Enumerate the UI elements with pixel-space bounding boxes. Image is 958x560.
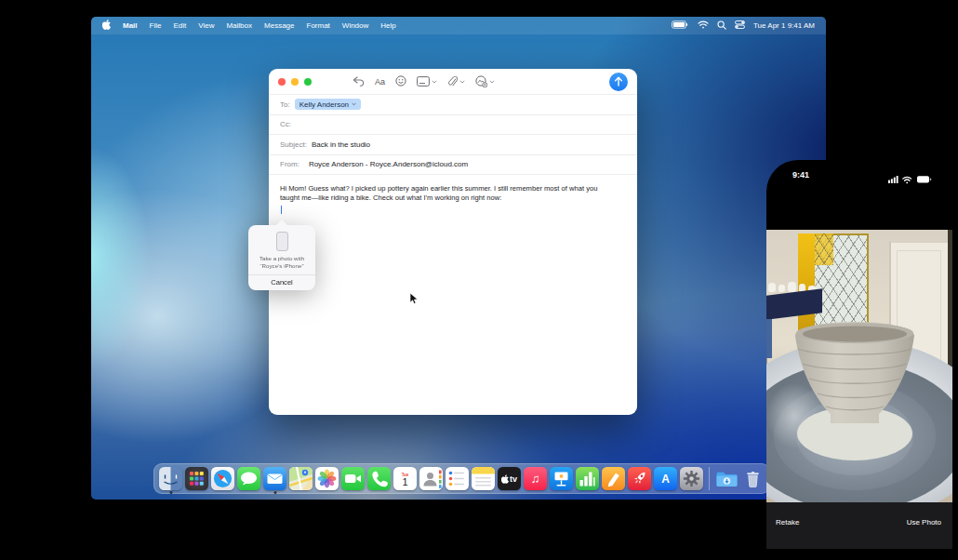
to-field[interactable]: To: Kelly Anderson <box>269 95 637 115</box>
door-edge <box>948 230 952 379</box>
message-body[interactable]: Hi Mom! Guess what? I picked up pottery … <box>269 175 624 214</box>
chevron-down-icon <box>489 80 495 84</box>
camera-photo-pottery <box>766 230 952 502</box>
dock-finder-icon[interactable] <box>159 467 182 490</box>
use-photo-button[interactable]: Use Photo <box>907 518 941 527</box>
dock-trash-icon[interactable] <box>741 467 765 490</box>
menu-mailbox[interactable]: Mailbox <box>226 21 252 30</box>
popup-text-line1: Take a photo with <box>248 255 315 262</box>
apple-menu-icon[interactable] <box>102 20 111 32</box>
chevron-down-icon <box>432 80 437 84</box>
continuity-camera-popup: Take a photo with “Royce’s iPhone” Cance… <box>248 220 315 290</box>
menu-window[interactable]: Window <box>342 21 368 30</box>
compose-toolbar: Aa <box>353 73 495 90</box>
undo-icon[interactable] <box>353 73 365 90</box>
zoom-button[interactable] <box>304 78 312 86</box>
control-center-icon[interactable] <box>735 20 745 31</box>
send-button[interactable] <box>609 73 628 91</box>
header-fields-button[interactable] <box>417 76 437 87</box>
menu-bar: MailFileEditViewMailboxMessageFormatWind… <box>91 17 826 34</box>
attachment-button[interactable] <box>447 76 465 87</box>
format-text-button[interactable]: Aa <box>375 77 385 87</box>
search-icon[interactable] <box>717 20 726 32</box>
dock-safari-icon[interactable] <box>211 467 234 490</box>
running-indicator <box>169 491 172 494</box>
dock-photos-icon[interactable] <box>315 467 339 490</box>
subject-field[interactable]: Subject: Back in the studio <box>269 135 637 155</box>
dock-settings-icon[interactable] <box>680 467 703 490</box>
menu-edit[interactable]: Edit <box>173 21 186 30</box>
dock-contacts-icon[interactable] <box>419 467 443 490</box>
window-gold-pane-top <box>815 233 833 265</box>
dock-maps-icon[interactable] <box>289 467 313 490</box>
battery-icon <box>917 176 931 182</box>
dock-messages-icon[interactable] <box>237 467 260 490</box>
chevron-down-icon <box>352 102 356 106</box>
minimize-button[interactable] <box>291 78 299 86</box>
cancel-button[interactable]: Cancel <box>248 275 315 290</box>
dock-divider <box>709 467 710 490</box>
dock-launchpad-icon[interactable] <box>185 467 208 490</box>
mouse-cursor <box>409 292 419 310</box>
battery-icon[interactable] <box>672 20 689 31</box>
cc-label: Cc: <box>280 120 291 128</box>
dock-downloads-icon[interactable] <box>715 467 738 490</box>
iphone-status-icons <box>888 171 932 188</box>
dock-rocket-icon[interactable] <box>628 467 651 490</box>
wifi-icon[interactable] <box>698 20 709 31</box>
text-cursor <box>281 206 282 214</box>
subject-label: Subject: <box>280 140 307 149</box>
menu-help[interactable]: Help <box>380 21 395 30</box>
menu-file[interactable]: File <box>150 21 162 30</box>
mac-desktop: MailFileEditViewMailboxMessageFormatWind… <box>91 17 826 500</box>
iphone-clock: 9:41 <box>792 170 809 180</box>
menu-message[interactable]: Message <box>264 21 294 30</box>
popup-text-line2: “Royce’s iPhone” <box>248 262 315 270</box>
menu-format[interactable]: Format <box>307 21 330 30</box>
dock-appletv-icon[interactable]: tv <box>498 467 521 490</box>
wall-strip <box>766 319 772 358</box>
dock-keynote-icon[interactable] <box>550 467 573 490</box>
from-field[interactable]: From: Royce Anderson - Royce.Anderson@ic… <box>269 155 637 176</box>
cc-field[interactable]: Cc: <box>269 115 637 136</box>
clay-pot <box>792 321 918 431</box>
iphone-icon <box>276 232 288 251</box>
from-value: Royce Anderson - Royce.Anderson@icloud.c… <box>309 160 468 168</box>
chevron-down-icon <box>459 80 465 84</box>
dock-mail-icon[interactable] <box>263 467 286 490</box>
dock-appstore-icon[interactable]: A <box>654 467 677 490</box>
iphone-screen: 9:41 <box>766 160 952 555</box>
running-indicator <box>273 491 276 494</box>
dock-calendar-icon[interactable]: Tue1 <box>393 467 417 490</box>
insert-photo-button[interactable] <box>475 75 495 87</box>
subject-value: Back in the studio <box>312 140 370 149</box>
mail-compose-window: Aa <box>269 69 637 415</box>
retake-button[interactable]: Retake <box>776 518 799 527</box>
dock-pages-icon[interactable] <box>602 467 625 490</box>
window-titlebar: Aa <box>269 69 637 95</box>
cellular-icon <box>888 176 898 183</box>
dock-facetime-icon[interactable] <box>341 467 365 490</box>
dock-notes-icon[interactable] <box>472 467 495 490</box>
emoji-icon[interactable] <box>395 73 406 90</box>
dock-music-icon[interactable]: ♫ <box>524 467 547 490</box>
dock: Tue1tv♫A <box>153 463 770 494</box>
dock-numbers-icon[interactable] <box>576 467 599 490</box>
menu-view[interactable]: View <box>198 21 214 30</box>
dock-reminders-icon[interactable] <box>446 467 469 490</box>
menu-bar-status: Tue Apr 1 9:41 AM <box>672 20 815 32</box>
menu-mail[interactable]: Mail <box>123 21 138 30</box>
recipient-pill[interactable]: Kelly Anderson <box>295 99 361 110</box>
close-button[interactable] <box>278 78 286 86</box>
camera-bottom-bar: Retake Use Photo <box>766 502 952 549</box>
to-label: To: <box>280 100 290 109</box>
dock-phone-icon[interactable] <box>367 467 391 490</box>
menu-items: MailFileEditViewMailboxMessageFormatWind… <box>123 21 396 30</box>
menu-bar-clock[interactable]: Tue Apr 1 9:41 AM <box>753 21 815 30</box>
iphone-status-bar: 9:41 <box>766 170 952 181</box>
stage: MailFileEditViewMailboxMessageFormatWind… <box>0 0 958 560</box>
wifi-icon <box>903 177 911 183</box>
from-label: From: <box>280 160 299 168</box>
